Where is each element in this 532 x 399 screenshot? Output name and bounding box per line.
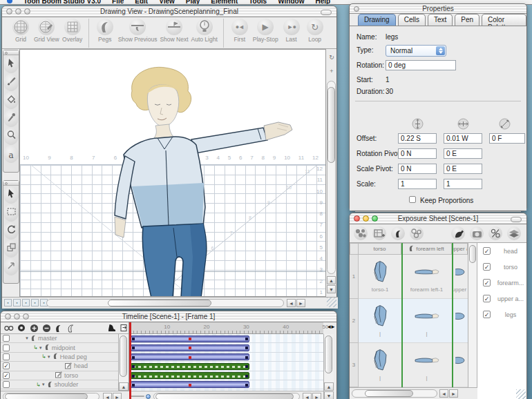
status-icon[interactable]: ▪ bbox=[31, 299, 39, 306]
track-bar-row[interactable] bbox=[129, 353, 323, 362]
palette-titlebar[interactable] bbox=[3, 50, 19, 55]
scrollbar-thumb[interactable] bbox=[325, 335, 332, 373]
scroll-left-button[interactable]: ◄ bbox=[103, 393, 112, 399]
track-row-head-peg[interactable]: ↳▼Head peg bbox=[1, 353, 118, 362]
track-row-master[interactable]: ▼master bbox=[1, 334, 118, 343]
timeline-bar-peg[interactable] bbox=[131, 335, 249, 342]
exposure-grid[interactable]: 1torso-1forearm left-1upper arm-12||3||4 bbox=[350, 255, 468, 387]
tab-pen[interactable]: Pen bbox=[455, 14, 479, 26]
track-bar-row[interactable] bbox=[129, 371, 323, 380]
zoom-button[interactable] bbox=[372, 215, 378, 222]
scale-x-input[interactable] bbox=[398, 179, 437, 189]
timeline-track-area[interactable] bbox=[129, 334, 323, 399]
zoom-button[interactable] bbox=[23, 313, 29, 320]
scrollbar-thumb[interactable] bbox=[155, 393, 294, 399]
playhead[interactable] bbox=[129, 322, 131, 399]
add-drawing-icon[interactable] bbox=[451, 226, 465, 240]
menu-item-tools[interactable]: Tools bbox=[249, 0, 267, 5]
frame-range-icon[interactable]: ◄► bbox=[326, 324, 334, 330]
apple-icon[interactable] bbox=[7, 0, 12, 3]
add-peg-icon[interactable] bbox=[55, 324, 64, 333]
camera-icon[interactable] bbox=[470, 226, 484, 240]
add-frames-icon[interactable] bbox=[372, 226, 386, 240]
scale-tool[interactable] bbox=[3, 240, 19, 257]
track-row-torso[interactable]: ✓torso bbox=[1, 371, 118, 380]
close-button[interactable] bbox=[354, 6, 359, 12]
status-icon[interactable]: ▪ bbox=[4, 299, 12, 306]
brush-tool[interactable] bbox=[3, 74, 19, 91]
toolbar-button-loop[interactable]: ↻Loop bbox=[305, 19, 325, 43]
track-row-head[interactable]: ✓head bbox=[1, 362, 118, 371]
scroll-left-button[interactable]: ◄ bbox=[287, 299, 296, 307]
rotation-pivot-ns-input[interactable] bbox=[398, 148, 437, 159]
track-checkbox[interactable] bbox=[3, 344, 10, 351]
track-row-midpoint[interactable]: ↳▼midpoint bbox=[1, 343, 118, 352]
track-checkbox[interactable] bbox=[3, 353, 10, 360]
import-icon[interactable] bbox=[120, 324, 129, 333]
track-bar-row[interactable] bbox=[129, 380, 323, 389]
element-checkbox[interactable]: ✓ bbox=[483, 311, 491, 318]
toolbar-button-auto-light[interactable]: Auto Light bbox=[191, 19, 218, 43]
toolbar-toggle-widget[interactable] bbox=[321, 10, 332, 15]
menu-item-edit[interactable]: Edit bbox=[135, 0, 148, 5]
toolbar-button-first[interactable]: ●◄First bbox=[229, 19, 250, 43]
horizontal-scrollbar[interactable] bbox=[153, 393, 300, 399]
track-checkbox[interactable]: ✓ bbox=[3, 372, 10, 379]
add-element-icon[interactable] bbox=[66, 324, 75, 333]
toolbar-toggle-widget[interactable] bbox=[511, 217, 522, 222]
menu-item-help[interactable]: Help bbox=[315, 0, 330, 5]
scroll-left-button[interactable]: ◄ bbox=[303, 393, 312, 399]
scroll-right-button[interactable]: ► bbox=[312, 393, 321, 399]
expand-triangle-icon[interactable]: ▼ bbox=[47, 355, 51, 359]
exposure-cell[interactable]: upper arm-1 bbox=[452, 255, 468, 299]
menu-item-view[interactable]: View bbox=[159, 0, 175, 5]
scroll-up-button[interactable]: ▲ bbox=[327, 276, 336, 284]
expand-triangle-icon[interactable]: ▼ bbox=[25, 336, 29, 340]
scale-pivot-ns-input[interactable] bbox=[398, 164, 437, 174]
select-tool[interactable] bbox=[3, 56, 19, 73]
tab-text[interactable]: Text bbox=[428, 14, 453, 26]
track-bar-row[interactable] bbox=[129, 343, 323, 352]
scrollbar-thumb[interactable] bbox=[120, 335, 127, 377]
exposure-cell[interactable]: | bbox=[359, 343, 401, 387]
track-checkbox[interactable] bbox=[3, 381, 10, 388]
expand-triangle-icon[interactable]: ▼ bbox=[39, 346, 43, 350]
toolbar-button-show-next[interactable]: Show Next bbox=[160, 19, 188, 43]
horizontal-scrollbar[interactable] bbox=[46, 299, 284, 307]
menu-item-element[interactable]: Element bbox=[211, 0, 238, 5]
horizontal-scrollbar[interactable] bbox=[3, 393, 99, 399]
timeline-zoom-slider[interactable] bbox=[130, 394, 151, 398]
close-button[interactable] bbox=[6, 8, 12, 14]
element-group-icon[interactable] bbox=[410, 226, 424, 240]
resize-grip[interactable] bbox=[516, 389, 526, 399]
exposure-cell[interactable] bbox=[452, 299, 468, 343]
timeline-titlebar[interactable]: Timeline [Scene-1] - [Frame 1] bbox=[1, 311, 336, 322]
rotate-tool[interactable] bbox=[3, 222, 19, 240]
track-checkbox[interactable]: ✓ bbox=[3, 362, 10, 369]
exposure-cell[interactable]: | bbox=[401, 343, 452, 387]
toolbar-button-pegs[interactable]: Pegs bbox=[95, 19, 115, 43]
scroll-right-button[interactable]: ► bbox=[449, 389, 458, 398]
track-row-shoulder[interactable]: ↳▼shoulder bbox=[1, 380, 118, 389]
timeline-ruler[interactable]: 1020304050 bbox=[129, 322, 323, 334]
column-header-upper-arm[interactable]: upper arm bbox=[452, 243, 468, 255]
close-button[interactable] bbox=[354, 215, 360, 222]
timeline-bar-peg[interactable] bbox=[131, 353, 249, 360]
expand-triangle-icon[interactable]: ▼ bbox=[41, 382, 46, 387]
scrollbar-thumb[interactable] bbox=[5, 393, 88, 399]
column-header-torso[interactable]: torso bbox=[359, 243, 401, 255]
vertical-scrollbar[interactable] bbox=[327, 81, 336, 274]
minimize-button[interactable] bbox=[15, 8, 21, 14]
element-item-uppera[interactable]: ✓upper a... bbox=[477, 291, 526, 306]
add-track-icon[interactable] bbox=[30, 324, 39, 333]
scroll-down-button[interactable]: ▼ bbox=[324, 391, 334, 399]
rotate-view-icon[interactable]: ↻ bbox=[329, 50, 334, 62]
horizontal-scrollbar[interactable] bbox=[352, 389, 437, 398]
menu-item-play[interactable]: Play bbox=[186, 0, 200, 5]
timeline-vertical-scrollbar[interactable]: ▲ ▼ bbox=[323, 334, 334, 399]
element-item-torso[interactable]: ✓torso bbox=[477, 259, 526, 275]
tab-cells[interactable]: Cells bbox=[398, 14, 426, 26]
keep-proportions-checkbox[interactable] bbox=[409, 196, 416, 203]
exposure-cell[interactable]: forearm left-1 bbox=[401, 255, 452, 299]
tab-color-palette[interactable]: Color Palette bbox=[482, 14, 526, 26]
